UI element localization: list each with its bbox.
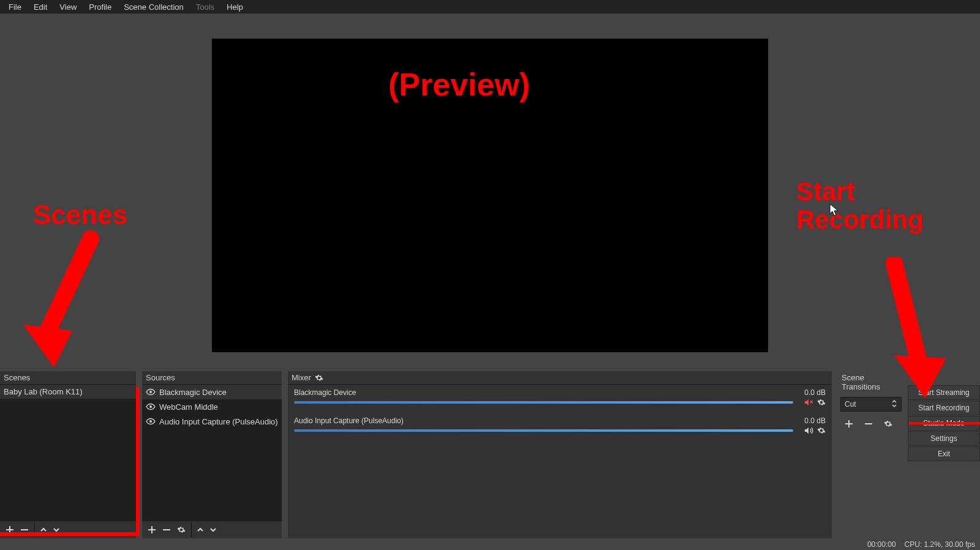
mixer-channel-db: 0.0 dB [804,416,826,425]
menu-tools[interactable]: Tools [190,1,221,13]
status-cpu: CPU: 1.2%, 30.00 fps [905,540,975,549]
source-properties-button[interactable] [174,522,189,537]
eye-icon[interactable] [146,387,156,397]
source-item[interactable]: Audio Input Capture (PulseAudio) [142,414,282,429]
start-recording-button[interactable]: Start Recording [908,401,980,415]
sources-list[interactable]: Blackmagic Device WebCam Middle Audio In… [142,385,282,521]
mixer-slider[interactable] [294,397,826,408]
sources-header: Sources [142,371,282,385]
eye-icon[interactable] [146,402,156,412]
mixer-channel-name: Audio Input Capture (PulseAudio) [294,416,404,425]
scenes-title: Scenes [4,373,30,382]
settings-button[interactable]: Settings [908,431,980,446]
menu-scene-collection[interactable]: Scene Collection [118,1,190,13]
transitions-title: Scene Transitions [842,373,900,391]
remove-source-button[interactable] [159,522,174,537]
gear-icon[interactable] [817,426,826,435]
mixer-header: Mixer [288,371,832,385]
scene-item[interactable]: Baby Lab (Room K11) [0,385,136,399]
transitions-body: Cut [838,393,904,435]
annotation-highlight [0,532,140,536]
move-source-down-button[interactable] [206,522,221,537]
menu-profile[interactable]: Profile [83,1,118,13]
source-item[interactable]: WebCam Middle [142,399,282,414]
scenes-header: Scenes [0,371,136,385]
menu-bar: File Edit View Profile Scene Collection … [0,0,980,13]
svg-point-2 [149,420,152,423]
mute-icon[interactable] [804,397,813,407]
preview-region [0,13,980,371]
mixer-channel-name: Blackmagic Device [294,388,356,397]
transitions-header: Scene Transitions [838,371,904,393]
source-item-label: WebCam Middle [159,402,218,412]
mixer-channel: Blackmagic Device 0.0 dB [294,388,826,408]
transition-selected-label: Cut [845,400,856,409]
menu-file[interactable]: File [2,1,28,13]
source-item[interactable]: Blackmagic Device [142,385,282,399]
annotation-highlight [909,422,980,424]
preview-canvas[interactable] [212,39,768,352]
start-streaming-button[interactable]: Start Streaming [908,385,980,400]
menu-view[interactable]: View [53,1,83,13]
mixer-channel-db: 0.0 dB [804,388,826,397]
mixer-panel: Mixer Blackmagic Device 0.0 dB [288,371,832,538]
cursor-icon [829,203,840,218]
dock-row: Scenes Baby Lab (Room K11) Sources Black… [0,371,980,538]
mixer-channel: Audio Input Capture (PulseAudio) 0.0 dB [294,416,826,436]
scene-item-label: Baby Lab (Room K11) [4,387,83,396]
add-source-button[interactable] [145,522,159,537]
svg-point-0 [149,391,152,393]
mixer-title: Mixer [292,373,311,382]
controls-panel: Start Streaming Start Recording Studio M… [908,371,980,538]
source-item-label: Blackmagic Device [159,388,227,397]
mixer-slider[interactable] [294,425,826,436]
sources-toolbar [142,521,282,538]
remove-transition-button[interactable] [861,416,876,431]
speaker-icon[interactable] [804,426,813,435]
menu-help[interactable]: Help [221,1,249,13]
transition-select[interactable]: Cut [840,397,902,412]
gear-icon[interactable] [315,374,323,382]
sources-title: Sources [146,373,175,382]
chevron-updown-icon [891,399,897,410]
transitions-panel: Scene Transitions Cut [838,371,904,538]
mixer-body: Blackmagic Device 0.0 dB Audio Input Cap… [288,385,832,538]
gear-icon[interactable] [817,398,826,407]
exit-button[interactable]: Exit [908,446,980,461]
svg-point-1 [149,405,152,408]
transition-properties-button[interactable] [881,416,895,431]
status-bar: 00:00:00 CPU: 1.2%, 30.00 fps [0,538,980,550]
menu-edit[interactable]: Edit [28,1,53,13]
move-source-up-button[interactable] [191,522,206,537]
sources-panel: Sources Blackmagic Device WebCam Middle … [142,371,282,538]
eye-icon[interactable] [146,416,156,426]
scenes-panel: Scenes Baby Lab (Room K11) [0,371,136,538]
scenes-list[interactable]: Baby Lab (Room K11) [0,385,136,521]
source-item-label: Audio Input Capture (PulseAudio) [159,417,278,426]
add-transition-button[interactable] [842,416,856,431]
status-time: 00:00:00 [867,540,896,549]
annotation-highlight [136,387,140,536]
